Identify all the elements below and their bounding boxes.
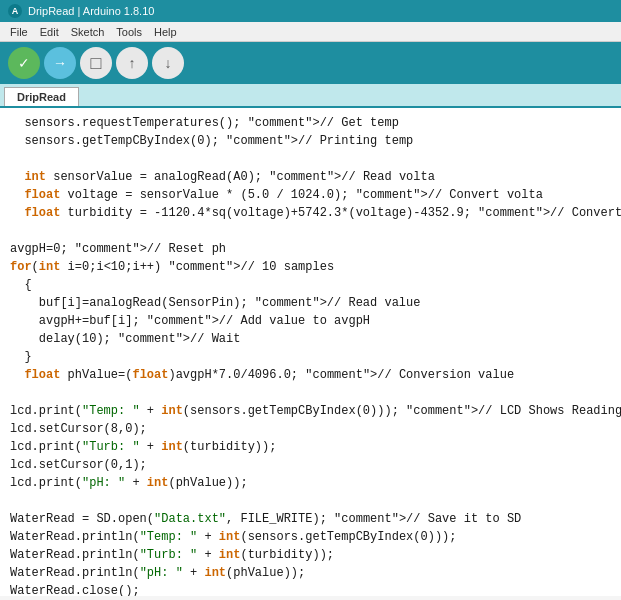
toolbar: ✓ → □ ↑ ↓	[0, 42, 621, 84]
code-editor[interactable]: sensors.requestTemperatures(); "comment"…	[0, 108, 621, 596]
verify-button[interactable]: ✓	[8, 47, 40, 79]
menu-help[interactable]: Help	[148, 25, 183, 39]
menu-bar: File Edit Sketch Tools Help	[0, 22, 621, 42]
app-icon: A	[8, 4, 22, 18]
save-button[interactable]: ↓	[152, 47, 184, 79]
window-title: DripRead | Arduino 1.8.10	[28, 5, 154, 17]
menu-file[interactable]: File	[4, 25, 34, 39]
upload-button[interactable]: →	[44, 47, 76, 79]
tab-bar: DripRead	[0, 84, 621, 108]
new-button[interactable]: □	[80, 47, 112, 79]
menu-edit[interactable]: Edit	[34, 25, 65, 39]
tab-dripread[interactable]: DripRead	[4, 87, 79, 106]
menu-tools[interactable]: Tools	[110, 25, 148, 39]
open-button[interactable]: ↑	[116, 47, 148, 79]
title-bar: A DripRead | Arduino 1.8.10	[0, 0, 621, 22]
menu-sketch[interactable]: Sketch	[65, 25, 111, 39]
